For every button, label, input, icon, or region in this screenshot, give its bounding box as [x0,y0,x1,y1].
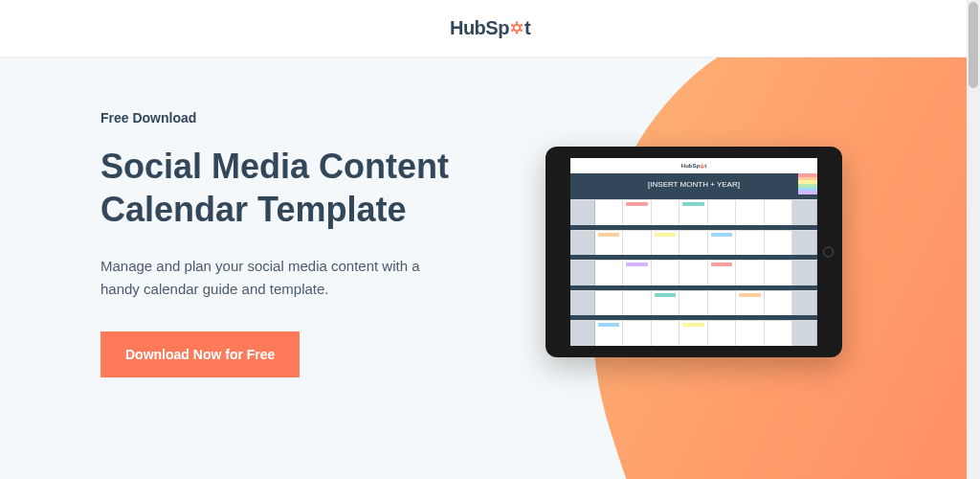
calendar-cell [679,291,707,316]
preview-logo: HubSp✲t [570,158,817,173]
svg-point-2 [520,24,523,27]
calendar-row-label [792,200,817,225]
calendar-cell [736,261,764,285]
scroll-thumb[interactable] [969,2,978,88]
calendar-cell [652,321,679,346]
preview-month-header: [INSERT MONTH + YEAR] [570,173,817,194]
calendar-cell [652,261,679,285]
logo-text-post: t [524,17,530,39]
svg-point-5 [511,29,514,32]
calendar-row [570,260,817,285]
calendar-row-label [570,200,595,225]
event-chip [682,202,703,206]
calendar-cell [736,291,764,316]
tablet-screen: HubSp✲t [INSERT MONTH + YEAR] [570,158,817,346]
calendar-cell [595,261,623,285]
calendar-cell [708,321,736,346]
preview-calendar [570,194,817,346]
calendar-cell [736,231,764,256]
calendar-row [570,320,817,346]
calendar-cell [652,231,679,256]
calendar-cell [623,231,651,256]
calendar-cell [679,200,707,225]
calendar-cell [765,321,792,346]
calendar-row-label [570,261,595,285]
site-header: HubSp t [0,0,980,57]
calendar-cell [708,291,736,316]
calendar-cell [595,291,623,316]
logo-text-pre: HubSp [450,17,509,39]
calendar-cell [595,200,623,225]
event-chip [626,202,647,206]
preview-legend [798,173,817,194]
calendar-cell [679,321,707,346]
tablet-preview: HubSp✲t [INSERT MONTH + YEAR] [546,147,842,357]
calendar-cell [765,261,792,285]
event-chip [655,233,676,237]
calendar-cell [679,261,707,285]
calendar-row-label [792,291,817,316]
hero-content: Free Download Social Media Content Calen… [0,57,450,377]
calendar-cell [765,200,792,225]
calendar-cell [736,200,764,225]
eyebrow-label: Free Download [100,110,450,125]
event-chip [655,293,676,297]
calendar-row-label [570,321,595,346]
sprocket-icon [509,20,524,35]
calendar-cell [595,231,623,256]
calendar-row-label [570,231,595,256]
event-chip [711,233,732,237]
calendar-row-label [792,321,817,346]
calendar-cell [623,261,651,285]
calendar-row-label [792,231,817,256]
legend-color [798,191,817,194]
event-chip [682,323,703,327]
calendar-row-label [792,261,817,285]
page-title: Social Media Content Calendar Template [100,145,450,231]
event-chip [598,323,619,327]
calendar-cell [708,200,736,225]
calendar-row [570,290,817,316]
hubspot-logo[interactable]: HubSp t [450,17,530,39]
page-description: Manage and plan your social media conten… [100,255,450,301]
calendar-row [570,199,817,225]
svg-point-6 [511,24,514,27]
calendar-cell [652,200,679,225]
calendar-cell [708,261,736,285]
calendar-row-label [570,291,595,316]
svg-point-4 [516,32,519,34]
svg-point-1 [516,21,519,24]
tablet-home-button-icon [823,247,834,258]
calendar-cell [623,321,651,346]
hero-section: Free Download Social Media Content Calen… [0,57,980,479]
download-button[interactable]: Download Now for Free [100,331,300,377]
calendar-cell [595,321,623,346]
calendar-cell [623,200,651,225]
calendar-row [570,230,817,256]
event-chip [711,262,732,266]
calendar-cell [652,291,679,316]
calendar-cell [736,321,764,346]
calendar-cell [765,291,792,316]
svg-point-3 [520,29,523,32]
event-chip [626,262,647,266]
scrollbar[interactable] [967,0,980,479]
event-chip [739,293,760,297]
calendar-cell [679,231,707,256]
calendar-cell [765,231,792,256]
calendar-cell [623,291,651,316]
event-chip [598,233,619,237]
calendar-cell [708,231,736,256]
svg-point-0 [514,24,521,31]
